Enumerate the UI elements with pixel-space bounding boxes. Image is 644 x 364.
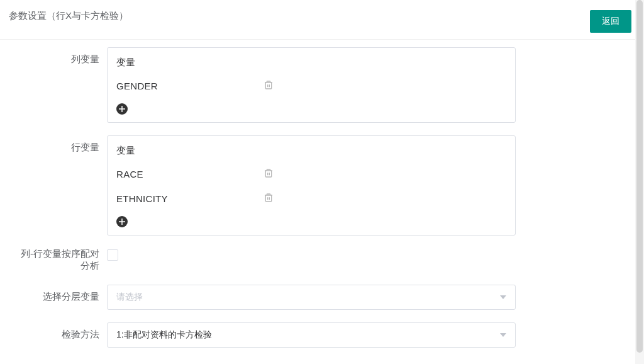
pair-analysis-checkbox[interactable] bbox=[107, 249, 118, 261]
method-select-text: 1:非配对资料的卡方检验 bbox=[116, 329, 212, 341]
trash-icon[interactable] bbox=[264, 80, 274, 92]
control-strata: 请选择 bbox=[107, 285, 516, 310]
row-col-var: 列变量 变量 GENDER bbox=[13, 47, 631, 123]
col-var-box: 变量 GENDER bbox=[107, 47, 516, 123]
label-strata: 选择分层变量 bbox=[13, 285, 107, 303]
page-root: 参数设置（行X与卡方检验） 返回 列变量 变量 GENDER bbox=[0, 0, 644, 364]
row-strata: 选择分层变量 请选择 bbox=[13, 285, 631, 310]
control-method: 1:非配对资料的卡方检验 bbox=[107, 322, 516, 348]
col-var-item: GENDER bbox=[116, 72, 274, 97]
row-var-item-name: RACE bbox=[116, 169, 143, 179]
label-method: 检验方法 bbox=[13, 322, 107, 341]
trash-icon[interactable] bbox=[264, 193, 274, 205]
add-col-var-button[interactable] bbox=[116, 103, 128, 115]
chevron-down-icon bbox=[500, 295, 506, 299]
control-row-var: 变量 RACE ETHNICITY bbox=[107, 135, 516, 236]
strata-select[interactable]: 请选择 bbox=[107, 285, 516, 310]
control-pair-analysis bbox=[107, 248, 516, 263]
chevron-down-icon bbox=[500, 333, 506, 337]
add-row-var-button[interactable] bbox=[116, 216, 128, 227]
row-var-box-header: 变量 bbox=[116, 142, 506, 161]
row-method: 检验方法 1:非配对资料的卡方检验 bbox=[13, 322, 631, 348]
col-var-box-header: 变量 bbox=[116, 54, 506, 72]
strata-select-text: 请选择 bbox=[116, 292, 143, 303]
page-header: 参数设置（行X与卡方检验） 返回 bbox=[0, 0, 644, 40]
trash-icon[interactable] bbox=[264, 168, 274, 180]
method-select[interactable]: 1:非配对资料的卡方检验 bbox=[107, 322, 516, 348]
row-var-item: RACE bbox=[116, 161, 274, 185]
row-var-item: ETHNICITY bbox=[116, 185, 274, 210]
row-var-item-name: ETHNICITY bbox=[116, 193, 168, 204]
page-title: 参数设置（行X与卡方检验） bbox=[9, 10, 128, 22]
label-pair-analysis: 列-行变量按序配对分析 bbox=[13, 248, 107, 272]
col-var-item-name: GENDER bbox=[116, 81, 158, 91]
label-col-var: 列变量 bbox=[13, 47, 107, 65]
back-button[interactable]: 返回 bbox=[590, 10, 631, 33]
vertical-scrollbar[interactable] bbox=[635, 0, 644, 364]
form-area: 列变量 变量 GENDER bbox=[0, 40, 644, 364]
scrollbar-thumb[interactable] bbox=[636, 0, 643, 353]
row-pair-analysis: 列-行变量按序配对分析 bbox=[13, 248, 631, 272]
row-row-var: 行变量 变量 RACE ETHNICITY bbox=[13, 135, 631, 236]
control-col-var: 变量 GENDER bbox=[107, 47, 516, 123]
label-row-var: 行变量 bbox=[13, 135, 107, 154]
row-var-box: 变量 RACE ETHNICITY bbox=[107, 135, 516, 236]
